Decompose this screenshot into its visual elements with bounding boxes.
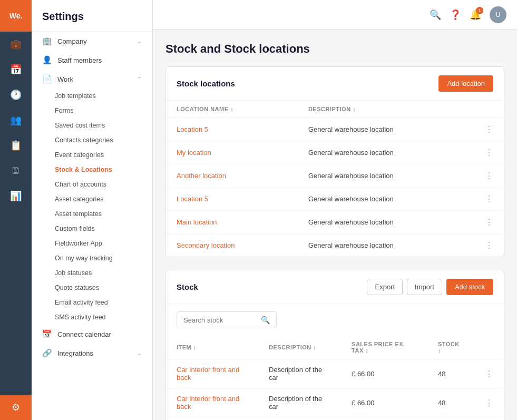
row-action-dots[interactable]: ⋮: [474, 164, 504, 188]
sidebar-subitem-quote-statuses[interactable]: Quote statuses: [32, 280, 152, 295]
rail-icon-people[interactable]: 👥: [0, 108, 32, 133]
location-name-cell[interactable]: Main location: [166, 211, 298, 234]
rail-icon-clock[interactable]: 🕐: [0, 82, 32, 108]
sidebar-subitem-on-my-way-tracking[interactable]: On my way tracking: [32, 251, 152, 266]
rail-icon-calendar[interactable]: 📅: [0, 57, 32, 82]
table-row: Another location General warehouse locat…: [166, 164, 504, 188]
sidebar-subitem-sms-activity-feed[interactable]: SMS activity feed: [32, 310, 152, 325]
location-name-cell[interactable]: Another location: [166, 164, 298, 188]
sidebar-subitem-fieldworker-app[interactable]: Fieldworker App: [32, 236, 152, 251]
content-area: Stock and Stock locations Stock location…: [153, 30, 517, 420]
table-row: Location 5 General warehouse location ⋮: [166, 188, 504, 211]
row-action-dots[interactable]: ⋮: [474, 118, 504, 141]
rail-icon-briefcase[interactable]: 💼: [0, 32, 32, 57]
sidebar-subitem-job-statuses[interactable]: Job statuses: [32, 266, 152, 280]
stock-item-cell[interactable]: Car interior front and back: [166, 359, 258, 388]
table-row: Car interior front and back Description …: [166, 388, 504, 417]
row-action-dots[interactable]: ⋮: [474, 211, 504, 234]
icon-rail: We. 💼 📅 🕐 👥 📋 🖻 📊 ⚙: [0, 0, 32, 420]
sidebar-item-integrations[interactable]: 🔗 Integrations ⌄: [32, 344, 152, 363]
location-name-cell[interactable]: Secondary location: [166, 234, 298, 257]
avatar[interactable]: U: [490, 6, 506, 23]
sidebar-subitem-forms[interactable]: Forms: [32, 103, 152, 118]
main-area: 🔍 ❓ 🔔 1 U Stock and Stock locations Stoc…: [153, 0, 517, 420]
table-row: Car interior front and back Description …: [166, 359, 504, 388]
stock-price-cell: £ 66.00: [341, 417, 427, 421]
location-description-cell: General warehouse location: [298, 188, 474, 211]
calendar-icon: 📅: [42, 329, 52, 339]
stock-row-action-dots[interactable]: ⋮: [474, 359, 504, 388]
stock-row-action-dots[interactable]: ⋮: [474, 388, 504, 417]
stock-card: Stock Export Import Add stock 🔍 ITEM ↕ D…: [165, 270, 504, 420]
work-icon: 📄: [42, 74, 52, 84]
stock-item-cell[interactable]: Car interior front and back: [166, 388, 258, 417]
col-price: SALES PRICE EX. TAX ↕: [341, 336, 427, 359]
location-description-cell: General warehouse location: [298, 118, 474, 141]
row-action-dots[interactable]: ⋮: [474, 141, 504, 164]
location-description-cell: General warehouse location: [298, 164, 474, 188]
stock-description-cell: Description of the car: [258, 417, 341, 421]
sidebar-item-company[interactable]: 🏢 Company ⌄: [32, 32, 152, 51]
sidebar-subitem-chart-of-accounts[interactable]: Chart of accounts: [32, 177, 152, 192]
stock-price-cell: £ 66.00: [341, 359, 427, 388]
page-title: Stock and Stock locations: [165, 42, 504, 56]
table-row: Main location General warehouse location…: [166, 211, 504, 234]
sidebar-subitem-stock-&-locations[interactable]: Stock & Locations: [32, 162, 152, 177]
location-name-cell[interactable]: Location 5: [166, 118, 298, 141]
rail-icon-settings[interactable]: ⚙: [0, 395, 32, 420]
sidebar-subitem-contacts-categories[interactable]: Contacts categories: [32, 133, 152, 148]
sidebar-item-staff[interactable]: 👤 Staff members: [32, 51, 152, 70]
search-box[interactable]: 🔍: [177, 311, 277, 328]
stock-header: Stock Export Import Add stock: [166, 270, 504, 304]
row-action-dots[interactable]: ⋮: [474, 188, 504, 211]
chevron-up-icon: ⌃: [137, 76, 142, 83]
table-row: Car interior front and back Description …: [166, 417, 504, 421]
bell-icon[interactable]: 🔔 1: [470, 9, 481, 21]
sidebar-subitem-saved-cost-items[interactable]: Saved cost items: [32, 118, 152, 133]
stock-description-cell: Description of the car: [258, 388, 341, 417]
sidebar-subitem-job-templates[interactable]: Job templates: [32, 89, 152, 103]
stock-description-cell: Description of the car: [258, 359, 341, 388]
staff-icon: 👤: [42, 55, 52, 65]
add-location-button[interactable]: Add location: [438, 75, 493, 92]
stock-locations-table: LOCATION NAME ↕ DESCRIPTION ↕ Location 5…: [166, 101, 504, 257]
help-icon[interactable]: ❓: [450, 9, 461, 21]
add-stock-button[interactable]: Add stock: [446, 279, 493, 295]
stock-quantity-cell: 48: [427, 359, 474, 388]
search-icon[interactable]: 🔍: [430, 9, 441, 21]
sidebar-title: Settings: [32, 0, 152, 32]
topbar: 🔍 ❓ 🔔 1 U: [153, 0, 517, 30]
stock-quantity-cell: 48: [427, 388, 474, 417]
location-description-cell: General warehouse location: [298, 211, 474, 234]
sidebar-item-work[interactable]: 📄 Work ⌃: [32, 70, 152, 89]
sidebar-subitem-asset-categories[interactable]: Asset categories: [32, 192, 152, 207]
sidebar-subitem-asset-templates[interactable]: Asset templates: [32, 207, 152, 221]
export-button[interactable]: Export: [367, 279, 403, 295]
location-name-cell[interactable]: Location 5: [166, 188, 298, 211]
rail-icon-chart[interactable]: 📊: [0, 183, 32, 209]
stock-actions: Export Import Add stock: [367, 279, 493, 295]
col-desc: DESCRIPTION ↕: [258, 336, 341, 359]
company-icon: 🏢: [42, 36, 52, 46]
col-item: ITEM ↕: [166, 336, 258, 359]
stock-item-cell[interactable]: Car interior front and back: [166, 417, 258, 421]
stock-row-action-dots[interactable]: ⋮: [474, 417, 504, 421]
sidebar-subitem-email-activity-feed[interactable]: Email activity feed: [32, 295, 152, 310]
location-description-cell: General warehouse location: [298, 141, 474, 164]
location-name-cell[interactable]: My location: [166, 141, 298, 164]
row-action-dots[interactable]: ⋮: [474, 234, 504, 257]
stock-locations-card: Stock locations Add location LOCATION NA…: [165, 66, 504, 257]
rail-icon-clipboard[interactable]: 📋: [0, 133, 32, 158]
col-description: DESCRIPTION ↕: [298, 101, 474, 118]
notification-badge: 1: [476, 7, 483, 14]
sidebar-subitem-custom-fields[interactable]: Custom fields: [32, 221, 152, 236]
location-description-cell: General warehouse location: [298, 234, 474, 257]
stock-price-cell: £ 66.00: [341, 388, 427, 417]
rail-icon-monitor[interactable]: 🖻: [0, 158, 32, 183]
stock-table: ITEM ↕ DESCRIPTION ↕ SALES PRICE EX. TAX…: [166, 336, 504, 420]
sidebar-item-connect-calendar[interactable]: 📅 Connect calendar: [32, 325, 152, 344]
sidebar-subitem-event-categories[interactable]: Event categories: [32, 148, 152, 162]
import-button[interactable]: Import: [407, 279, 442, 295]
search-input[interactable]: [183, 316, 257, 324]
logo[interactable]: We.: [0, 0, 32, 32]
